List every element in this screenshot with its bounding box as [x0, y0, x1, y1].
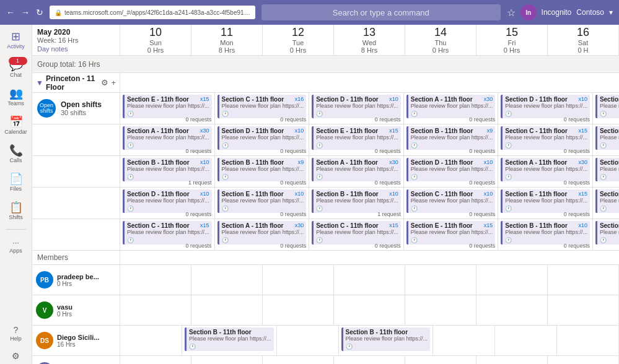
- shift-card[interactable]: x10 Section B - 11th floor Please review…: [501, 221, 590, 245]
- member-cell-1-5[interactable]: [476, 295, 548, 325]
- sidebar-item-files[interactable]: 📄 Files: [2, 170, 30, 196]
- shift-cell-1[interactable]: x30 Section A - 11th floor Please review…: [215, 219, 310, 250]
- member-cell-0-5[interactable]: [476, 265, 548, 295]
- shift-cell-0[interactable]: x15 Section C - 11th floor Please review…: [120, 219, 215, 250]
- shift-card[interactable]: x15 Section C - 11th floor Please review…: [312, 221, 401, 245]
- shift-cell-2[interactable]: x10 Section B - 11th floor Please review…: [309, 188, 404, 219]
- member-cell-0-3[interactable]: [334, 265, 405, 295]
- shift-cell-3[interactable]: x15 Section E - 11th floor Please review…: [404, 219, 499, 250]
- shift-card[interactable]: x10 Section B - 11th floor Please review…: [312, 189, 401, 213]
- member-cell-0-0[interactable]: [120, 265, 191, 295]
- day-notes-link[interactable]: Day notes: [37, 45, 115, 53]
- member-cell-0-4[interactable]: [405, 265, 476, 295]
- shift-card[interactable]: x30 Section A - 11th floor Please review…: [217, 221, 307, 245]
- open-shift-cell-1[interactable]: x16 Section C - 11th floor Please review…: [215, 93, 310, 124]
- shift-cell-5[interactable]: x10 Section D - 11th floor Please review…: [593, 156, 619, 187]
- sidebar-item-teams[interactable]: 👥 Teams: [2, 84, 30, 110]
- shift-card[interactable]: x9 Section B - 11th floor Please review …: [406, 126, 496, 150]
- member-cell-1-3[interactable]: [334, 295, 405, 325]
- shift-cell-5[interactable]: x15 Section C - 11th floor Please review…: [593, 219, 619, 250]
- shift-card[interactable]: x30 Section A - 11th floor Please review…: [595, 189, 619, 213]
- open-shift-cell-3[interactable]: x30 Section A - 11th floor Please review…: [404, 93, 499, 124]
- member-cell-3-4[interactable]: [405, 356, 476, 364]
- shift-card[interactable]: x15 Section C - 11th floor Please review…: [595, 221, 619, 245]
- shift-card[interactable]: x15 Section E - 11th floor Please review…: [501, 189, 590, 213]
- shift-cell-1[interactable]: x10 Section D - 11th floor Please review…: [215, 124, 310, 155]
- shift-cell-3[interactable]: x10 Section D - 11th floor Please review…: [404, 156, 499, 187]
- open-shift-cell-5[interactable]: x10 Section B - 11th floor Please review…: [593, 93, 619, 124]
- member-cell-1-0[interactable]: [120, 295, 191, 325]
- open-shift-cell-4[interactable]: x10 Section D - 11th floor Please review…: [498, 93, 593, 124]
- member-cell-2-4[interactable]: [433, 326, 495, 355]
- forward-button[interactable]: →: [21, 7, 30, 17]
- member-cell-2-3[interactable]: Section B - 11th floor Please review flo…: [339, 326, 434, 355]
- shift-cell-1[interactable]: x9 Section B - 11th floor Please review …: [215, 156, 310, 187]
- open-shift-cell-2[interactable]: x10 Section D - 11th floor Please review…: [309, 93, 404, 124]
- sidebar-item-settings[interactable]: ⚙: [2, 348, 30, 364]
- shift-card[interactable]: x30 Section A - 11th floor Please review…: [123, 126, 212, 150]
- shift-card[interactable]: x15 Section E - 11th floor Please review…: [123, 95, 212, 118]
- shift-card[interactable]: x15 Section C - 11th floor Please review…: [123, 221, 212, 245]
- sidebar-item-apps[interactable]: ··· Apps: [2, 235, 30, 258]
- shift-cell-4[interactable]: x10 Section B - 11th floor Please review…: [498, 219, 593, 250]
- member-shift-card[interactable]: Section B - 11th floor Please review flo…: [185, 327, 274, 351]
- member-cell-2-6[interactable]: [557, 326, 619, 355]
- shift-cell-5[interactable]: x15 Section E - 11th floor Please review…: [593, 124, 619, 155]
- refresh-button[interactable]: ↻: [36, 7, 43, 17]
- shift-cell-3[interactable]: x9 Section B - 11th floor Please review …: [404, 124, 499, 155]
- shift-cell-4[interactable]: x15 Section E - 11th floor Please review…: [498, 188, 593, 219]
- shift-card[interactable]: x15 Section E - 11th floor Please review…: [595, 126, 619, 150]
- shift-card[interactable]: x10 Section D - 11th floor Please review…: [406, 158, 496, 181]
- shift-cell-2[interactable]: x30 Section A - 11th floor Please review…: [309, 156, 404, 187]
- shift-card[interactable]: x10 Section E - 11th floor Please review…: [217, 189, 307, 213]
- user-avatar[interactable]: In: [520, 4, 537, 20]
- shift-card[interactable]: x10 Section B - 11th floor Please review…: [123, 158, 212, 181]
- url-bar[interactable]: 🔒 teams.microsoft.com/_#/apps/42f6c1da-a…: [50, 6, 255, 19]
- shift-cell-4[interactable]: x15 Section C - 11th floor Please review…: [498, 124, 593, 155]
- shift-card[interactable]: x10 Section D - 11th floor Please review…: [217, 126, 307, 150]
- shift-cell-2[interactable]: x15 Section C - 11th floor Please review…: [309, 219, 404, 250]
- shift-card[interactable]: x16 Section C - 11th floor Please review…: [217, 95, 307, 118]
- tenant-arrow[interactable]: ▾: [609, 8, 613, 17]
- shift-cell-4[interactable]: x30 Section A - 11th floor Please review…: [498, 156, 593, 187]
- member-cell-3-3[interactable]: [334, 356, 405, 364]
- member-shift-card[interactable]: Section B - 11th floor Please review flo…: [341, 327, 431, 351]
- member-cell-3-2[interactable]: [263, 356, 334, 364]
- shift-card[interactable]: x10 Section D - 11th floor Please review…: [123, 189, 212, 213]
- back-button[interactable]: ←: [6, 7, 15, 17]
- shift-cell-5[interactable]: x30 Section A - 11th floor Please review…: [593, 188, 619, 219]
- group-chevron[interactable]: ▼: [36, 79, 43, 87]
- shift-card[interactable]: x10 Section D - 11th floor Please review…: [501, 95, 590, 118]
- member-cell-3-0[interactable]: [120, 356, 191, 364]
- member-cell-3-1[interactable]: [191, 356, 263, 364]
- group-settings-icon[interactable]: ⚙: [101, 78, 108, 87]
- shift-cell-1[interactable]: x10 Section E - 11th floor Please review…: [215, 188, 310, 219]
- member-cell-1-2[interactable]: [263, 295, 334, 325]
- shift-cell-2[interactable]: x15 Section E - 11th floor Please review…: [309, 124, 404, 155]
- shift-cell-0[interactable]: x30 Section A - 11th floor Please review…: [120, 124, 215, 155]
- member-cell-1-6[interactable]: [548, 295, 619, 325]
- shift-cell-0[interactable]: x10 Section B - 11th floor Please review…: [120, 156, 215, 187]
- shift-card[interactable]: x10 Section B - 11th floor Please review…: [595, 95, 619, 118]
- member-cell-0-1[interactable]: [191, 265, 263, 295]
- shift-card[interactable]: x30 Section A - 11th floor Please review…: [312, 158, 401, 181]
- member-cell-3-5[interactable]: [476, 356, 548, 364]
- sidebar-item-calendar[interactable]: 📅 Calendar: [2, 113, 30, 139]
- sidebar-item-help[interactable]: ? Help: [2, 322, 30, 345]
- shift-cell-0[interactable]: x10 Section D - 11th floor Please review…: [120, 188, 215, 219]
- open-shift-cell-0[interactable]: x15 Section E - 11th floor Please review…: [120, 93, 215, 124]
- group-add-icon[interactable]: +: [111, 78, 116, 87]
- member-cell-1-4[interactable]: [405, 295, 476, 325]
- sidebar-item-chat[interactable]: 💬 Chat 1: [2, 56, 30, 82]
- member-cell-3-6[interactable]: [548, 356, 619, 364]
- shift-card[interactable]: x9 Section B - 11th floor Please review …: [217, 158, 307, 181]
- shift-card[interactable]: x30 Section A - 11th floor Please review…: [501, 158, 590, 181]
- member-cell-2-1[interactable]: Section B - 11th floor Please review flo…: [182, 326, 277, 355]
- shift-card[interactable]: x15 Section E - 11th floor Please review…: [312, 126, 401, 150]
- search-bar[interactable]: Search or type a command: [261, 4, 501, 20]
- member-cell-2-5[interactable]: [495, 326, 557, 355]
- star-icon[interactable]: ☆: [507, 7, 516, 19]
- body-scroll[interactable]: Group total: 16 Hrs ▼ Princeton - 11 Flo…: [32, 56, 619, 364]
- member-cell-1-1[interactable]: [191, 295, 263, 325]
- shift-card[interactable]: x10 Section D - 11th floor Please review…: [312, 95, 401, 118]
